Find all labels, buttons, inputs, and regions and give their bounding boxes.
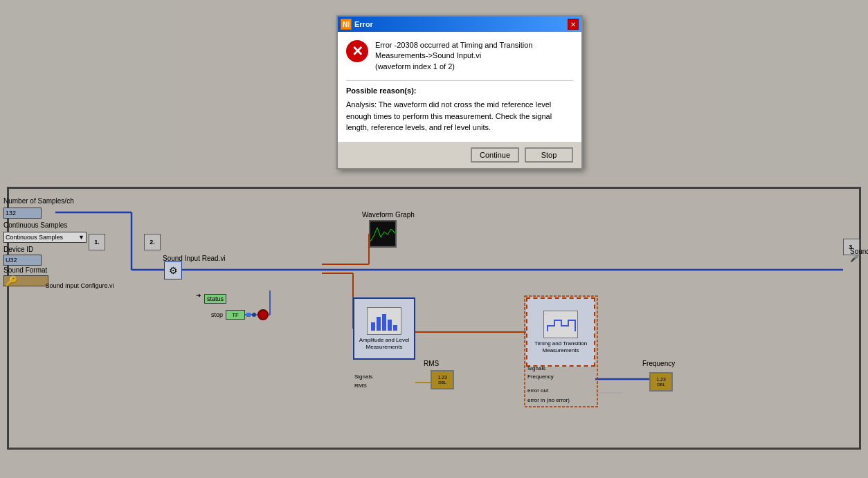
error-dialog: NI Error ✕ ✕ Error -20308 occurred at Ti… xyxy=(336,15,583,169)
dialog-error-row: ✕ Error -20308 occurred at Timing and Tr… xyxy=(346,40,573,72)
dialog-close-button[interactable]: ✕ xyxy=(568,19,579,30)
stop-button-dialog[interactable]: Stop xyxy=(525,147,573,163)
dialog-divider xyxy=(346,80,573,81)
dialog-body: ✕ Error -20308 occurred at Timing and Tr… xyxy=(338,32,581,142)
dialog-footer: Continue Stop xyxy=(338,142,581,168)
dialog-reason-title: Possible reason(s): xyxy=(346,86,573,95)
dialog-reason-text: Analysis: The waveform did not cross the… xyxy=(346,99,573,134)
dialog-overlay: NI Error ✕ ✕ Error -20308 occurred at Ti… xyxy=(0,0,868,478)
dialog-titlebar-icon: NI xyxy=(341,19,352,30)
error-icon: ✕ xyxy=(346,40,368,62)
continue-button[interactable]: Continue xyxy=(471,147,519,163)
dialog-title: Error xyxy=(354,20,568,28)
dialog-titlebar: NI Error ✕ xyxy=(338,17,581,32)
diagram-background: Number of Samples/ch 132 Continuous Samp… xyxy=(0,0,868,478)
error-message: Error -20308 occurred at Timing and Tran… xyxy=(375,40,573,72)
